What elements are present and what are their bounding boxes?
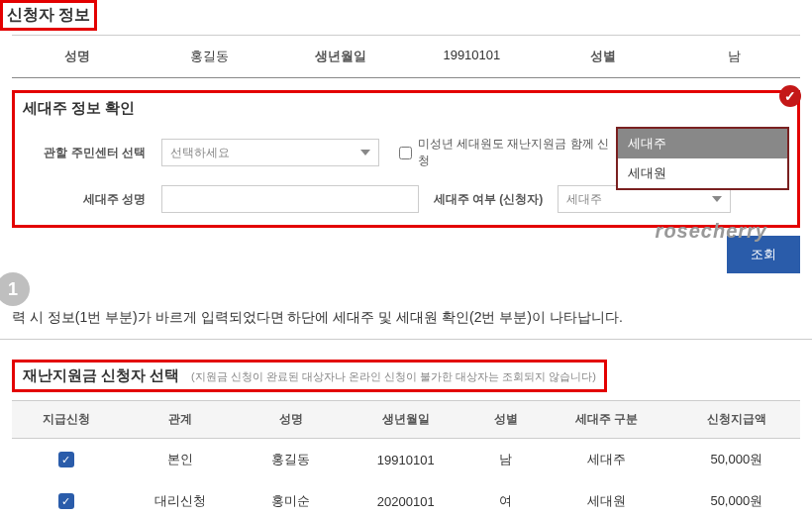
row-checkbox[interactable]: ✓: [58, 493, 74, 509]
householder-type-dropdown[interactable]: 세대주 세대원: [616, 127, 789, 190]
row-name: 홍미순: [241, 480, 341, 518]
col-type: 세대주 구분: [541, 401, 673, 439]
col-amount: 신청지급액: [673, 401, 800, 439]
row-dob: 20200101: [341, 480, 470, 518]
householder-name-input[interactable]: [161, 185, 419, 213]
col-name: 성명: [241, 401, 341, 439]
col-relation: 관계: [120, 401, 241, 439]
dob-label: 생년월일: [274, 48, 406, 65]
row-gender: 여: [470, 480, 541, 518]
selection-table: 지급신청 관계 성명 생년월일 성별 세대주 구분 신청지급액 ✓본인홍길동19…: [12, 400, 800, 518]
dropdown-option-member[interactable]: 세대원: [618, 158, 787, 188]
row-type: 세대주: [541, 439, 673, 481]
applicant-info-row: 성명 홍길동 생년월일 19910101 성별 남: [12, 35, 800, 78]
householder-type-label: 세대주 여부 (신청자): [419, 191, 558, 208]
center-select[interactable]: 선택하세요: [161, 139, 379, 166]
gender-value: 남: [668, 48, 800, 65]
householder-title: 세대주 정보 확인: [23, 99, 789, 118]
minor-checkbox[interactable]: [399, 147, 412, 159]
householder-name-label: 세대주 성명: [23, 191, 161, 208]
col-apply: 지급신청: [12, 401, 120, 439]
col-gender: 성별: [470, 401, 541, 439]
minor-checkbox-label: 미성년 세대원도 재난지원금 함께 신청: [418, 136, 617, 169]
row-relation: 본인: [120, 439, 241, 481]
dropdown-option-head[interactable]: 세대주: [618, 129, 787, 158]
row-gender: 남: [470, 439, 541, 481]
submit-button[interactable]: 조회: [727, 236, 800, 273]
check-badge-icon: ✓: [779, 85, 801, 107]
selection-note: (지원금 신청이 완료된 대상자나 온라인 신청이 불가한 대상자는 조회되지 …: [191, 370, 596, 382]
selection-title: 재난지원금 신청자 선택: [23, 366, 179, 383]
applicant-title: 신청자 정보: [7, 6, 90, 23]
row-type: 세대원: [541, 480, 673, 518]
center-label: 관할 주민센터 선택: [23, 145, 161, 161]
row-name: 홍길동: [241, 439, 341, 481]
table-row: ✓대리신청홍미순20200101여세대원50,000원: [12, 480, 800, 518]
name-value: 홍길동: [144, 48, 275, 65]
description-text: 력 시 정보(1번 부분)가 바르게 입력되었다면 하단에 세대주 및 세대원 …: [0, 297, 812, 340]
col-dob: 생년월일: [341, 401, 470, 439]
dob-value: 19910101: [406, 48, 538, 65]
gender-label: 성별: [538, 48, 669, 65]
row-amount: 50,000원: [673, 480, 800, 518]
table-row: ✓본인홍길동19910101남세대주50,000원: [12, 439, 800, 481]
name-label: 성명: [12, 48, 144, 65]
row-relation: 대리신청: [120, 480, 241, 518]
row-dob: 19910101: [341, 439, 470, 481]
row-amount: 50,000원: [673, 439, 800, 481]
row-checkbox[interactable]: ✓: [58, 452, 74, 467]
minor-checkbox-wrap[interactable]: 미성년 세대원도 재난지원금 함께 신청: [399, 136, 617, 169]
